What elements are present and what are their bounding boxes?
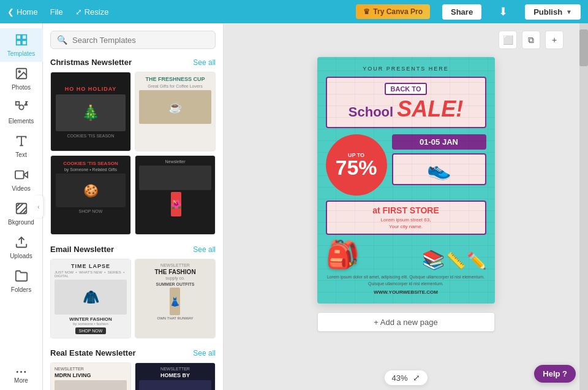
svg-rect-12: [15, 171, 23, 179]
resize-icon: ⤢: [75, 7, 82, 17]
email-template-grid: TIME LAPSE JUST NOW • WHAT'S NEW • SERIE…: [50, 259, 216, 338]
poster-top-text: YOUR PRESENTS HERE: [326, 66, 486, 72]
background-icon: [15, 202, 28, 216]
percent-text: 75%: [335, 157, 377, 178]
ruler-icon: 📏: [446, 251, 466, 270]
sidebar-item-elements[interactable]: Elements: [0, 96, 43, 129]
back-to-home[interactable]: ❮ Home: [7, 7, 38, 17]
search-icon: 🔍: [57, 35, 67, 45]
template-item[interactable]: TIME LAPSE JUST NOW • WHAT'S NEW • SERIE…: [50, 259, 131, 338]
books-icon: 📚: [422, 249, 445, 270]
date-badge: 01-05 JAN: [392, 134, 486, 150]
mid-right-section: 01-05 JAN 👟: [392, 134, 486, 185]
canvas-content: YOUR PRESENTS HERE BACK TO School SALE!: [317, 57, 495, 332]
sidebar-item-more[interactable]: • • • More: [0, 362, 43, 390]
add-tool-button[interactable]: +: [545, 31, 564, 49]
back-to-box: BACK TO: [385, 83, 428, 95]
sidebar-label-elements: Elements: [9, 118, 34, 124]
template-item[interactable]: THE FRESHNESS CUP Great Gifts for Coffee…: [135, 72, 216, 151]
zoom-value: 43%: [391, 373, 407, 383]
christmas-see-all[interactable]: See all: [193, 58, 216, 67]
template-item[interactable]: COOKIES 'TIS SEASON by Someone • Related…: [50, 155, 131, 235]
template-item[interactable]: Newsletter 🌺: [135, 155, 216, 235]
sidebar-label-photos: Photos: [12, 84, 31, 91]
resize-button[interactable]: ⤢ Resize: [75, 7, 109, 17]
svg-rect-3: [21, 40, 26, 45]
sidebar-label-more: More: [14, 377, 28, 384]
christmas-section-title: Christmas Newsletter: [50, 58, 132, 67]
christmas-template-grid: HO HO HOLIDAY 🎄 COOKIES 'TIS SEASON THE …: [50, 72, 216, 235]
back-chevron-icon: ❮: [7, 7, 14, 17]
zoom-expand-button[interactable]: ⤢: [413, 373, 420, 383]
sidebar-label-background: Bkground: [8, 219, 34, 226]
sidebar-item-text[interactable]: Text: [0, 129, 43, 163]
real-estate-section-title: Real Estate Newsletter: [50, 348, 135, 358]
christmas-section-header: Christmas Newsletter See all: [50, 58, 216, 67]
poster-footer-text: Lorem ipsum dolor sit amet, adipiscing e…: [326, 274, 486, 287]
sidebar-item-uploads[interactable]: Uploads: [0, 231, 43, 264]
sidebar-item-templates[interactable]: Templates: [0, 28, 43, 62]
shoe-icon: 👟: [427, 158, 451, 181]
store-address: Lorem ipsum street 63, Your city name.: [333, 216, 479, 230]
discount-circle: UP TO 75%: [326, 134, 387, 196]
poster-design[interactable]: YOUR PRESENTS HERE BACK TO School SALE!: [317, 57, 495, 304]
template-item[interactable]: NEWSLETTER THE FASHION supply co. SUMMER…: [135, 259, 216, 338]
sidebar-label-templates: Templates: [7, 50, 36, 57]
sidebar-label-videos: Videos: [12, 185, 30, 192]
download-button[interactable]: ⬇: [494, 5, 513, 18]
sidebar-label-uploads: Uploads: [10, 253, 32, 259]
text-icon: [15, 134, 28, 149]
canvas-toolbar: ⬜ ⧉ +: [499, 31, 564, 49]
publish-button[interactable]: Publish ▼: [525, 4, 581, 20]
sidebar-item-videos[interactable]: Videos: [0, 163, 43, 197]
home-nav-label: Home: [17, 7, 38, 17]
svg-point-5: [18, 71, 20, 72]
uploads-icon: [15, 235, 28, 250]
try-canva-pro-button[interactable]: ♛ Try Canva Pro: [356, 4, 430, 19]
videos-icon: [15, 168, 28, 183]
sidebar-item-folders[interactable]: Folders: [0, 264, 43, 298]
top-navigation: ❮ Home File ⤢ Resize ♛ Try Canva Pro Sha…: [0, 0, 588, 23]
template-item[interactable]: NEWSLETTER HOMES BY 🏢: [135, 362, 216, 390]
folders-icon: [15, 269, 28, 284]
collapse-panel-tab[interactable]: ‹: [34, 196, 43, 218]
sidebar-item-photos[interactable]: Photos: [0, 62, 43, 96]
email-section-title: Email Newsletter: [50, 245, 114, 254]
help-button[interactable]: Help ?: [534, 365, 576, 383]
poster-mid-section: UP TO 75% 01-05 JAN 👟: [326, 134, 486, 196]
books-icons: 📚 📏 ✏️: [422, 249, 486, 270]
file-menu[interactable]: File: [50, 7, 63, 17]
svg-point-6: [19, 105, 23, 109]
share-button[interactable]: Share: [442, 4, 481, 20]
template-item[interactable]: NEWSLETTER MDRN LIVING 🏠: [50, 362, 131, 390]
templates-panel: 🔍 Christmas Newsletter See all HO HO HOL…: [43, 23, 224, 390]
sidebar-label-text: Text: [15, 151, 26, 158]
email-see-all[interactable]: See all: [193, 245, 216, 254]
svg-rect-7: [15, 102, 19, 105]
canvas-area: ⬜ ⧉ + YOUR PRESENTS HERE BACK TO School: [224, 23, 588, 390]
photos-icon: [15, 67, 28, 82]
search-bar: 🔍: [50, 31, 216, 49]
canvas-scrollbar[interactable]: [579, 23, 588, 390]
shoe-illustration: 👟: [392, 153, 486, 185]
store-box: at FIRST STORE Lorem ipsum street 63, Yo…: [326, 201, 486, 235]
svg-marker-8: [24, 102, 27, 105]
zoom-bar: 43% ⤢: [384, 370, 427, 385]
scroll-thumb: [579, 29, 588, 66]
backpack-icon: 🎒: [326, 239, 360, 270]
search-input[interactable]: [72, 36, 209, 45]
pencil-icon: ✏️: [467, 251, 486, 270]
svg-marker-11: [23, 172, 27, 177]
add-new-page-button[interactable]: + Add a new page: [317, 312, 495, 332]
real-estate-see-all[interactable]: See all: [193, 349, 216, 358]
sale-text: SALE!: [397, 96, 463, 122]
real-estate-section-header: Real Estate Newsletter See all: [50, 348, 216, 358]
publish-chevron-icon: ▼: [566, 9, 572, 15]
poster-website: WWW.YOURWEBSITE.COM: [326, 289, 486, 295]
template-item[interactable]: HO HO HOLIDAY 🎄 COOKIES 'TIS SEASON: [50, 72, 131, 151]
sidebar-label-folders: Folders: [11, 286, 31, 293]
download-icon: ⬇: [499, 6, 508, 18]
frame-tool-button[interactable]: ⬜: [499, 31, 517, 49]
crown-icon: ♛: [363, 7, 370, 16]
copy-tool-button[interactable]: ⧉: [522, 31, 540, 49]
